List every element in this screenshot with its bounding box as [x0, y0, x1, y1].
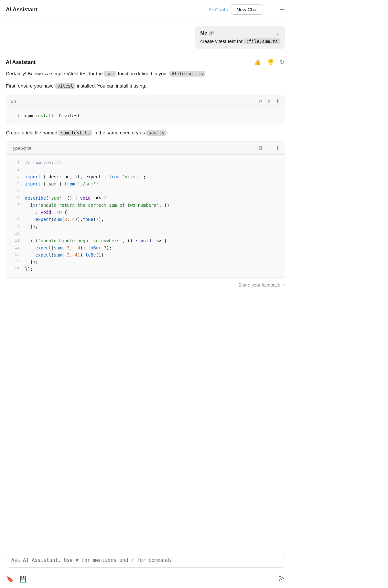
user-bubble: Me 🔗 ⋮ create vitest test for #file:sum.… [195, 26, 285, 49]
ts-lang-label: TypeScript [11, 146, 31, 151]
send-icon [278, 575, 285, 582]
ts-line-1: 1 // sum.test.ts [6, 159, 285, 166]
ts-line-15: 15 }); [6, 266, 285, 273]
ts-line-12: 12 expect(sum(-3, -4)).toBe(-7); [6, 245, 285, 252]
sh-code-header: Sh ⧉ ≡ ⬆ [6, 95, 285, 108]
user-name: Me 🔗 [200, 30, 214, 36]
ai-name: AI Assistant [6, 59, 36, 65]
sh-run-button[interactable]: ⬆ [275, 98, 280, 105]
file-tag: #file:sum.ts [244, 38, 280, 44]
ai-intro-text: Certainly! Below is a simple Vitest test… [6, 70, 285, 78]
sh-line-1: 1 npm install -D vitest [6, 112, 285, 120]
test-file-inline: sum.test.ts [59, 130, 92, 136]
ts-line-5: 5 [6, 188, 285, 195]
chat-input[interactable] [6, 553, 285, 568]
sh-code-actions: ⧉ ≡ ⬆ [258, 98, 280, 105]
ai-install-text: First, ensure you have vitest installed.… [6, 82, 285, 90]
thumbs-down-button[interactable]: 👎 [266, 58, 275, 67]
ts-line-3: 3 import { describe, it, expect } from '… [6, 173, 285, 181]
ts-wrap-button[interactable]: ≡ [267, 144, 271, 152]
ai-create-file-text: Create a test file named sum.test.ts in … [6, 129, 285, 137]
sh-line-num: 1 [11, 112, 20, 118]
user-bubble-header: Me 🔗 ⋮ [200, 30, 280, 36]
sh-line-code: npm install -D vitest [25, 112, 280, 120]
ts-copy-button[interactable]: ⧉ [258, 144, 263, 152]
ts-line-2: 2 [6, 166, 285, 173]
minimize-button[interactable]: − [279, 5, 285, 14]
ts-line-7: 7 it('should return the correct sum of t… [6, 202, 285, 209]
send-button[interactable] [278, 575, 285, 583]
ts-run-button[interactable]: ⬆ [275, 144, 280, 152]
ai-actions: 👍 👎 ↻ [253, 58, 285, 67]
thumbs-up-button[interactable]: 👍 [253, 58, 262, 67]
bookmark-button[interactable]: 🔖 [6, 575, 14, 583]
user-bubble-content: create vitest test for #file:sum.ts [200, 38, 280, 45]
sh-code-content: 1 npm install -D vitest [6, 108, 285, 124]
sum-ts-inline: sum.ts [146, 130, 167, 136]
feedback-arrow-icon: ↗ [281, 282, 285, 288]
ts-line-7b: : void => { [6, 209, 285, 216]
attach-icon: 🔗 [209, 30, 214, 36]
sh-lang-label: Sh [11, 99, 16, 104]
ts-line-11: 11 it('should handle negative numbers', … [6, 237, 285, 245]
more-options-button[interactable]: ⋮ [266, 5, 275, 14]
ts-code-actions: ⧉ ≡ ⬆ [258, 144, 280, 152]
ts-code-content: 1 // sum.test.ts 2 3 import { describe, … [6, 155, 285, 278]
all-chats-link[interactable]: All Chats [208, 7, 228, 12]
ts-code-header: TypeScript ⧉ ≡ ⬆ [6, 142, 285, 155]
vitest-inline: vitest [55, 83, 76, 89]
ts-line-13: 13 expect(sum(-3, 4)).toBe(1); [6, 252, 285, 259]
ts-code-block: TypeScript ⧉ ≡ ⬆ 1 // sum.test.ts 2 [6, 142, 285, 278]
ai-message: AI Assistant 👍 👎 ↻ Certainly! Below is a… [6, 58, 285, 293]
input-actions: 🔖 💾 [0, 572, 291, 588]
save-button[interactable]: 💾 [19, 575, 27, 583]
regenerate-button[interactable]: ↻ [279, 58, 285, 67]
bubble-menu-icon[interactable]: ⋮ [275, 30, 280, 36]
sh-wrap-button[interactable]: ≡ [267, 98, 271, 105]
ts-line-4: 4 import { sum } from './sum'; [6, 181, 285, 188]
ts-line-10: 10 [6, 230, 285, 237]
input-bar [0, 548, 291, 572]
header-actions: All Chats New Chat ⋮ − [208, 5, 285, 15]
app-title: AI Assistant [6, 6, 38, 13]
ts-line-8: 8 expect(sum(3, 4)).toBe(7); [6, 216, 285, 223]
sum-inline: sum [104, 71, 116, 77]
sh-copy-button[interactable]: ⧉ [258, 98, 263, 105]
feedback-row: Share your feedback ↗ [6, 282, 285, 288]
input-left-actions: 🔖 💾 [6, 575, 27, 583]
input-bar-wrapper: 🔖 💾 [0, 548, 291, 588]
ts-line-6: 6 describe('sum', () : void => { [6, 195, 285, 202]
user-message: Me 🔗 ⋮ create vitest test for #file:sum.… [6, 26, 285, 49]
ai-message-header: AI Assistant 👍 👎 ↻ [6, 58, 285, 67]
ts-line-14: 14 }); [6, 259, 285, 266]
new-chat-button[interactable]: New Chat [231, 5, 263, 15]
chat-area: Me 🔗 ⋮ create vitest test for #file:sum.… [0, 19, 291, 548]
feedback-link[interactable]: Share your feedback ↗ [238, 282, 285, 288]
ts-line-9: 9 }); [6, 223, 285, 230]
app-header: AI Assistant All Chats New Chat ⋮ − [0, 0, 291, 19]
sh-code-block: Sh ⧉ ≡ ⬆ 1 npm install -D vitest [6, 95, 285, 124]
file-inline: #file:sum.ts [169, 71, 206, 77]
